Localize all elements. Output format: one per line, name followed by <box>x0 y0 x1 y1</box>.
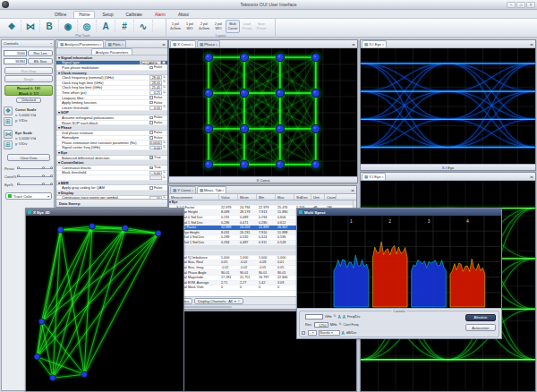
eye-scale-icon[interactable]: ⋈ <box>4 130 13 139</box>
eye-pct-slider[interactable]: Eye% <box>4 182 53 188</box>
autoscale-down-icon[interactable]: A <box>343 315 345 320</box>
signal-analysis-icon[interactable]: A <box>97 20 115 32</box>
layout-2pol-4xitem-button[interactable]: 2 pol4x/Item <box>197 20 211 33</box>
multi-spect-titlebar[interactable]: Multi Spect <box>297 209 501 216</box>
freq-div-input[interactable] <box>305 314 323 320</box>
param-checkbox[interactable] <box>149 116 153 120</box>
blk-size-input[interactable] <box>4 58 27 64</box>
x-eye-3d-plot[interactable] <box>26 216 183 391</box>
column-header-unit[interactable]: Unit <box>311 194 325 200</box>
close-tab-icon[interactable]: x <box>216 43 217 47</box>
tab-scroll-arrows[interactable]: ◂▸ <box>162 42 166 47</box>
pin-icon[interactable]: ▪ <box>51 41 52 46</box>
const-autoscale-button[interactable]: ⊞ <box>4 117 13 126</box>
param-checkbox[interactable] <box>149 131 153 134</box>
const-scale-icon[interactable]: ❖ <box>4 107 13 115</box>
spin-buttons[interactable]: ⇅ <box>163 171 166 175</box>
tab-analysis-parameters[interactable]: ▦ Analysis/Parameters x <box>57 40 104 47</box>
spin-buttons[interactable]: ⇅ <box>339 323 342 326</box>
ribbon-tab-alarm[interactable]: Alarm <box>149 11 171 18</box>
tab-x-const[interactable]: ▦ X Const x <box>170 40 196 47</box>
column-header-value[interactable]: Value <box>219 194 238 200</box>
trace-color-dropdown[interactable]: Trace Color ▾ <box>5 192 52 200</box>
spin-buttons[interactable]: ⇅ <box>163 146 166 149</box>
param-value-input[interactable] <box>149 175 162 180</box>
const-pct-slider[interactable]: Const% <box>4 174 53 180</box>
ellipsis-button[interactable]: … <box>162 61 166 65</box>
tab-phase[interactable]: ▦ Phase x <box>197 40 220 47</box>
column-header-mean[interactable]: Mean <box>238 194 257 200</box>
close-tab-icon[interactable]: x <box>122 43 124 47</box>
autoscale-up-icon[interactable]: A <box>337 315 340 320</box>
close-tab-icon[interactable]: x <box>382 43 384 47</box>
param-checkbox[interactable]: ✓ <box>149 156 153 159</box>
tab-x-i-eye[interactable]: ▦ X-I Eye x <box>362 40 387 47</box>
spin-buttons[interactable]: ⇅ <box>163 86 166 89</box>
param-checkbox[interactable] <box>149 121 153 124</box>
column-header-min[interactable]: Min <box>257 194 276 200</box>
param-value-input[interactable]: 0.0000 <box>149 141 162 145</box>
x-eye-3d-titlebar[interactable]: X Eye 3D <box>26 209 183 216</box>
column-header-max[interactable]: Max <box>276 194 294 200</box>
ribbon-tab-calibrate[interactable]: Calibrate <box>120 11 147 18</box>
spin-buttons[interactable]: ⇅ <box>163 106 166 109</box>
unlocked-button[interactable]: Unlocked <box>16 98 41 103</box>
save-preset-button[interactable]: SavePreset <box>254 20 268 33</box>
param-value-input[interactable]: 28.05 <box>149 81 162 85</box>
tab-scroll-arrows[interactable]: ◂▸ <box>530 175 534 180</box>
maximize-button[interactable]: □ <box>516 2 525 8</box>
rec-len-button[interactable]: Rec Len <box>28 50 53 56</box>
close-tab-icon[interactable]: x <box>100 43 102 47</box>
ribbon-tab-home[interactable]: Home <box>73 11 95 18</box>
param-checkbox[interactable]: ✓ <box>149 166 153 170</box>
bandwidth-select[interactable]: Bandw▾ <box>319 330 340 336</box>
display-channels-dropdown[interactable]: Display Channels : All ▾ x <box>194 298 243 304</box>
tab-plots[interactable]: ▦ Plots x <box>105 40 125 47</box>
param-checkbox[interactable] <box>149 101 153 105</box>
close-tab-icon[interactable]: x <box>382 175 384 179</box>
absolute-button[interactable]: Absolute <box>465 314 496 321</box>
eye-diagram-icon[interactable]: ⋈ <box>21 20 40 32</box>
ribbon-tab-offline[interactable]: Offline <box>49 11 72 18</box>
polar-plot-icon[interactable]: ◉ <box>59 20 78 32</box>
run-stop-button[interactable]: Run Stop <box>4 67 53 74</box>
param-checkbox[interactable] <box>149 186 153 190</box>
grid-display-icon[interactable]: # <box>115 20 134 32</box>
ribbon-tab-about[interactable]: About <box>173 11 194 18</box>
param-checkbox[interactable] <box>149 136 153 140</box>
clear-data-button[interactable]: Clear Data <box>7 154 50 161</box>
tab-scroll-arrows[interactable]: ◂▸ <box>530 42 534 47</box>
column-header-measurement[interactable]: Measurement <box>169 194 219 200</box>
tab-y-const[interactable]: ▦ Y Const x <box>170 186 196 193</box>
titlebar[interactable]: Tektronix OUI User Interface – □ × <box>0 0 537 10</box>
autocenter-button[interactable]: Autocenter <box>465 324 496 331</box>
spin-buttons[interactable]: ⇅ <box>163 76 166 80</box>
x-i-eye-plot[interactable] <box>361 48 535 165</box>
param-value-input[interactable]: 0.50 <box>149 106 162 110</box>
close-button[interactable]: × <box>526 2 535 8</box>
x-const-plot[interactable] <box>169 48 357 177</box>
layout-1pol-4xitem-button[interactable]: 1 pol4x/Item <box>168 20 183 33</box>
param-value-input[interactable]: 0.25 <box>149 90 162 95</box>
constellation-plot-icon[interactable]: ❖ <box>3 20 21 32</box>
tab-scroll-arrows[interactable]: ◂▸ <box>352 42 356 47</box>
close-tab-icon[interactable]: x <box>222 189 224 192</box>
dash-select[interactable]: –▾ <box>308 330 317 336</box>
rec-len-input[interactable] <box>4 50 27 56</box>
cent-freq-input[interactable] <box>314 322 328 328</box>
param-value-input[interactable]: 5.00 <box>149 171 162 175</box>
param-value-input[interactable]: 28.00 <box>149 75 162 80</box>
close-tab-icon[interactable]: x <box>192 189 193 192</box>
param-checkbox[interactable] <box>149 66 153 70</box>
ring-plot-icon[interactable]: ◎ <box>78 20 97 32</box>
column-header-count[interactable]: Count <box>325 194 337 200</box>
tab-y-i-eye[interactable]: ▦ Y-I Eye x <box>362 173 386 180</box>
spin-buttons[interactable]: ⇅ <box>163 141 166 145</box>
param-value-input[interactable]: 0.00 <box>149 146 162 150</box>
subtab-analysis-parameters[interactable]: Analysis Parameters <box>91 48 133 55</box>
tab-scroll-arrows[interactable]: ◂▸ <box>351 188 355 193</box>
db-div-checkbox[interactable] <box>302 331 305 335</box>
layout-2pol-wo-button[interactable]: 2 polW/O <box>211 20 226 33</box>
load-preset-button[interactable]: LoadPreset <box>240 20 254 33</box>
param-checkbox[interactable] <box>149 96 153 99</box>
